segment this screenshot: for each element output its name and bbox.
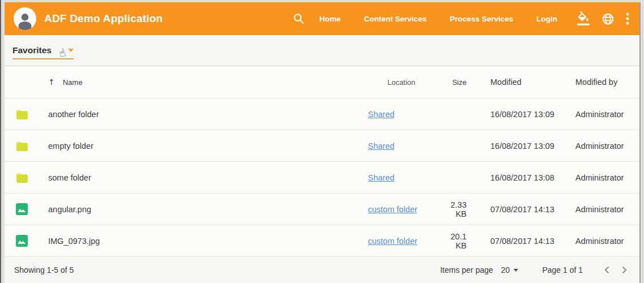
modified-date-value: 16/08/2017 13:09: [473, 142, 558, 151]
tab-favorites-label: Favorites: [12, 45, 52, 55]
chevron-right-icon: [620, 265, 629, 275]
adf-demo-app-window: ADF Demo Application Home Content Servic…: [5, 2, 641, 283]
header-icon-group: [577, 11, 629, 26]
location-link[interactable]: Shared: [368, 142, 395, 151]
location-link[interactable]: Shared: [368, 110, 395, 119]
modified-date-value: 07/08/2017 14:13: [473, 237, 558, 246]
tab-favorites[interactable]: Favorites: [12, 42, 74, 59]
app-title: ADF Demo Application: [44, 12, 163, 25]
table-row[interactable]: some folder Shared 16/08/2017 13:08 Admi…: [5, 162, 639, 194]
modified-by-value: Administrator: [558, 173, 635, 182]
more-vert-icon[interactable]: [626, 12, 629, 25]
chevron-down-icon: [514, 269, 518, 272]
modified-by-value: Administrator: [558, 142, 635, 151]
modified-date-value: 16/08/2017 13:09: [473, 110, 558, 119]
image-icon: [16, 235, 28, 247]
file-size-value: 2.33 KB: [438, 200, 473, 218]
search-icon[interactable]: [293, 12, 305, 25]
language-globe-icon[interactable]: [601, 12, 615, 25]
modified-date-value: 16/08/2017 13:08: [473, 173, 558, 182]
showing-range-label: Showing 1-5 of 5: [14, 265, 74, 275]
app-header: ADF Demo Application Home Content Servic…: [5, 2, 639, 35]
nav-item-home[interactable]: Home: [320, 15, 341, 23]
pagination-footer: Showing 1-5 of 5 Items per page 20 Page …: [5, 257, 639, 283]
window-left-border: [0, 0, 1, 283]
column-header-name[interactable]: ↑ Name: [48, 78, 365, 87]
theme-color-icon[interactable]: [577, 11, 590, 26]
table-row[interactable]: empty folder Shared 16/08/2017 13:09 Adm…: [5, 130, 639, 162]
nav-item-login[interactable]: Login: [536, 15, 557, 23]
nav-item-process-services[interactable]: Process Services: [450, 15, 513, 23]
file-name-link[interactable]: angular.png: [48, 205, 91, 214]
table-body: another folder Shared 16/08/2017 13:09 A…: [5, 98, 639, 257]
modified-by-value: Administrator: [558, 110, 635, 119]
column-header-size[interactable]: Size: [438, 78, 473, 87]
modified-by-value: Administrator: [558, 237, 635, 246]
location-link[interactable]: Shared: [368, 173, 395, 182]
table-header-row: ↑ Name Location Size Modified Modified b…: [5, 66, 639, 98]
next-page-button[interactable]: [616, 261, 633, 278]
avatar: [14, 7, 36, 30]
table-row[interactable]: IMG_0973.jpg custom folder 20.1 KB 07/08…: [5, 225, 639, 257]
column-header-modified-by[interactable]: Modified by: [558, 78, 635, 87]
file-name-link[interactable]: empty folder: [48, 142, 94, 151]
main-nav: Home Content Services Process Services L…: [320, 15, 557, 23]
chevron-left-icon: [603, 265, 612, 275]
table-row[interactable]: another folder Shared 16/08/2017 13:09 A…: [5, 98, 639, 130]
folder-icon: [16, 141, 28, 151]
items-per-page-label: Items per page: [440, 265, 493, 275]
chevron-down-icon[interactable]: [68, 49, 74, 52]
items-per-page: Items per page 20: [440, 265, 518, 275]
file-name-link[interactable]: some folder: [48, 173, 91, 182]
column-header-location[interactable]: Location: [365, 78, 438, 87]
previous-page-button[interactable]: [599, 261, 616, 278]
nav-item-content-services[interactable]: Content Services: [364, 15, 426, 23]
image-icon: [16, 203, 28, 215]
modified-by-value: Administrator: [558, 205, 635, 214]
items-per-page-select[interactable]: 20: [501, 265, 519, 275]
location-link[interactable]: custom folder: [368, 237, 417, 246]
file-name-link[interactable]: another folder: [48, 110, 99, 119]
modified-date-value: 07/08/2017 14:13: [473, 205, 558, 214]
person-icon: [15, 11, 35, 30]
table-row[interactable]: angular.png custom folder 2.33 KB 07/08/…: [5, 194, 639, 225]
tab-bar: Favorites ☝: [5, 35, 639, 66]
items-per-page-value: 20: [501, 265, 510, 275]
folder-icon: [16, 109, 28, 119]
file-name-link[interactable]: IMG_0973.jpg: [48, 237, 100, 246]
sort-ascending-icon: ↑: [48, 78, 55, 87]
file-size-value: 20.1 KB: [438, 232, 473, 250]
document-list: ↑ Name Location Size Modified Modified b…: [5, 66, 639, 257]
location-link[interactable]: custom folder: [368, 205, 417, 214]
column-header-name-label: Name: [63, 78, 83, 87]
screenshot-frame: ADF Demo Application Home Content Servic…: [0, 0, 644, 283]
column-header-modified[interactable]: Modified: [473, 78, 558, 87]
folder-icon: [16, 173, 28, 183]
page-status-label: Page 1 of 1: [542, 265, 583, 275]
